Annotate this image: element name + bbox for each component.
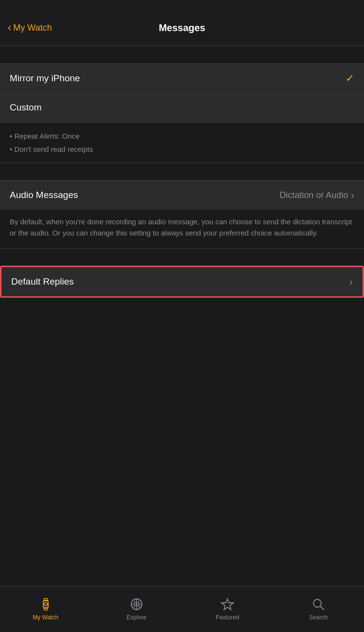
- default-replies-label: Default Replies: [11, 276, 74, 287]
- svg-marker-7: [222, 599, 233, 610]
- page-title: Messages: [159, 22, 206, 34]
- tab-my-watch-label: My Watch: [33, 614, 58, 621]
- svg-point-3: [44, 603, 47, 606]
- bullets-section: • Repeat Alerts: Once • Don't send read …: [0, 123, 364, 163]
- default-replies-row[interactable]: Default Replies ›: [1, 267, 363, 296]
- nav-back-button[interactable]: ‹ My Watch: [8, 21, 52, 34]
- mirror-iphone-row[interactable]: Mirror my iPhone ✓: [0, 64, 364, 93]
- default-replies-chevron-icon: ›: [349, 276, 353, 288]
- custom-row[interactable]: Custom: [0, 93, 364, 122]
- tab-explore-label: Explore: [127, 614, 147, 621]
- audio-info-text: By default, when you're done recording a…: [10, 217, 352, 237]
- audio-messages-group: Audio Messages Dictation or Audio ›: [0, 180, 364, 210]
- tab-search-label: Search: [309, 614, 328, 621]
- tab-featured-label: Featured: [216, 614, 239, 621]
- custom-label: Custom: [10, 102, 41, 113]
- tab-explore[interactable]: Explore: [91, 593, 182, 621]
- explore-icon: [129, 597, 144, 612]
- back-chevron-icon: ‹: [8, 21, 11, 34]
- featured-icon: [220, 597, 235, 612]
- audio-messages-value: Dictation or Audio ›: [279, 190, 354, 201]
- my-watch-icon: [38, 597, 53, 612]
- search-icon: [311, 597, 326, 612]
- section-gap-3: [0, 249, 364, 266]
- audio-messages-label: Audio Messages: [10, 190, 78, 200]
- tab-search[interactable]: Search: [273, 593, 364, 621]
- section-gap-2: [0, 163, 364, 180]
- notification-settings-group: Mirror my iPhone ✓ Custom: [0, 63, 364, 123]
- svg-line-9: [320, 606, 324, 610]
- tab-bar: My Watch Explore Featured: [0, 586, 364, 632]
- audio-messages-value-text: Dictation or Audio: [279, 190, 348, 200]
- tab-my-watch[interactable]: My Watch: [0, 593, 91, 621]
- default-replies-group: Default Replies ›: [0, 266, 364, 298]
- svg-rect-2: [44, 608, 47, 610]
- bullet-line-1: • Repeat Alerts: Once: [10, 129, 354, 143]
- svg-rect-1: [44, 598, 47, 601]
- nav-bar: ‹ My Watch Messages: [0, 0, 364, 46]
- audio-chevron-icon: ›: [351, 190, 354, 201]
- audio-messages-row[interactable]: Audio Messages Dictation or Audio ›: [0, 181, 364, 210]
- mirror-iphone-label: Mirror my iPhone: [10, 73, 80, 84]
- checkmark-icon: ✓: [346, 72, 354, 85]
- section-gap-1: [0, 46, 364, 63]
- tab-featured[interactable]: Featured: [182, 593, 273, 621]
- back-label: My Watch: [13, 23, 52, 33]
- bullet-line-2: • Don't send read receipts: [10, 143, 354, 156]
- audio-info-section: By default, when you're done recording a…: [0, 210, 364, 249]
